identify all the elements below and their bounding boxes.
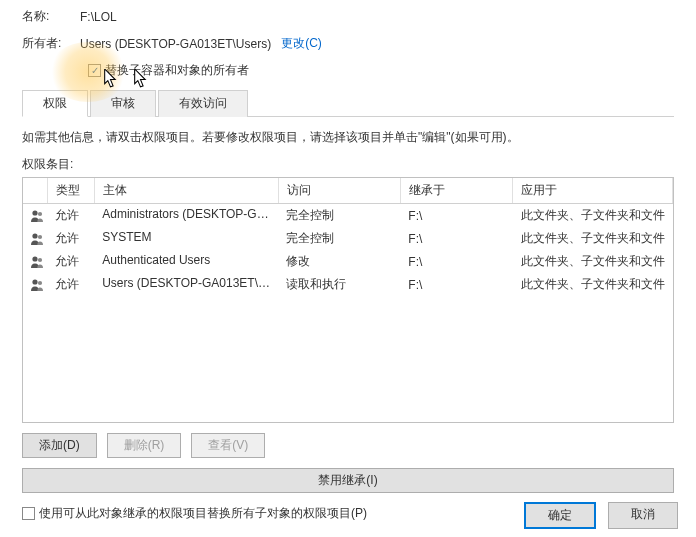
tab-bar: 权限 审核 有效访问 (22, 89, 674, 117)
cell-apply: 此文件夹、子文件夹和文件 (513, 204, 673, 228)
cell-access: 完全控制 (278, 227, 400, 250)
col-access[interactable]: 访问 (278, 178, 400, 204)
svg-point-1 (38, 211, 42, 215)
user-group-icon (29, 277, 45, 293)
svg-point-6 (32, 279, 37, 284)
permissions-section-label: 权限条目: (22, 156, 674, 173)
cancel-button[interactable]: 取消 (608, 502, 678, 529)
table-row[interactable]: 允许SYSTEM完全控制F:\此文件夹、子文件夹和文件 (23, 227, 673, 250)
cursor-icon-2 (133, 69, 149, 89)
cursor-icon (103, 69, 119, 89)
cell-principal: Authenticated Users (94, 250, 278, 273)
replace-owner-checkbox[interactable] (88, 64, 101, 77)
cell-type: 允许 (47, 273, 94, 296)
svg-point-2 (32, 233, 37, 238)
table-row[interactable]: 允许Administrators (DESKTOP-GA01...完全控制F:\… (23, 204, 673, 228)
cell-inherit: F:\ (400, 250, 512, 273)
cell-access: 读取和执行 (278, 273, 400, 296)
info-text: 如需其他信息，请双击权限项目。若要修改权限项目，请选择该项目并单击"编辑"(如果… (22, 129, 674, 146)
svg-point-5 (38, 257, 42, 261)
cell-type: 允许 (47, 204, 94, 228)
cell-access: 修改 (278, 250, 400, 273)
owner-value: Users (DESKTOP-GA013ET\Users) (80, 37, 271, 51)
cell-inherit: F:\ (400, 227, 512, 250)
name-value: F:\LOL (80, 10, 117, 24)
disable-inheritance-button[interactable]: 禁用继承(I) (22, 468, 674, 493)
view-button[interactable]: 查看(V) (191, 433, 265, 458)
svg-point-0 (32, 210, 37, 215)
col-inherited-from[interactable]: 继承于 (400, 178, 512, 204)
replace-owner-label: 替换子容器和对象的所有者 (105, 62, 249, 79)
svg-point-4 (32, 256, 37, 261)
col-icon[interactable] (23, 178, 47, 204)
col-type[interactable]: 类型 (47, 178, 94, 204)
cell-apply: 此文件夹、子文件夹和文件 (513, 227, 673, 250)
replace-child-checkbox[interactable] (22, 507, 35, 520)
user-group-icon (29, 254, 45, 270)
cell-principal: Administrators (DESKTOP-GA01... (94, 204, 278, 228)
cell-principal: Users (DESKTOP-GA013ET\Users) (94, 273, 278, 296)
tab-auditing[interactable]: 审核 (90, 90, 156, 117)
table-row[interactable]: 允许Authenticated Users修改F:\此文件夹、子文件夹和文件 (23, 250, 673, 273)
permissions-table: 类型 主体 访问 继承于 应用于 允许Administrators (DESKT… (22, 177, 674, 423)
cell-type: 允许 (47, 250, 94, 273)
cell-inherit: F:\ (400, 204, 512, 228)
svg-point-3 (38, 234, 42, 238)
add-button[interactable]: 添加(D) (22, 433, 97, 458)
owner-label: 所有者: (22, 35, 80, 52)
remove-button[interactable]: 删除(R) (107, 433, 182, 458)
ok-button[interactable]: 确定 (524, 502, 596, 529)
tab-permissions[interactable]: 权限 (22, 90, 88, 117)
owner-change-link[interactable]: 更改(C) (281, 35, 322, 52)
col-applies-to[interactable]: 应用于 (513, 178, 673, 204)
cell-type: 允许 (47, 227, 94, 250)
cell-inherit: F:\ (400, 273, 512, 296)
cell-principal: SYSTEM (94, 227, 278, 250)
svg-point-7 (38, 280, 42, 284)
tab-effective-access[interactable]: 有效访问 (158, 90, 248, 117)
col-principal[interactable]: 主体 (94, 178, 278, 204)
cell-apply: 此文件夹、子文件夹和文件 (513, 273, 673, 296)
cell-access: 完全控制 (278, 204, 400, 228)
table-row[interactable]: 允许Users (DESKTOP-GA013ET\Users)读取和执行F:\此… (23, 273, 673, 296)
name-label: 名称: (22, 8, 80, 25)
user-group-icon (29, 208, 45, 224)
user-group-icon (29, 231, 45, 247)
cell-apply: 此文件夹、子文件夹和文件 (513, 250, 673, 273)
replace-child-label: 使用可从此对象继承的权限项目替换所有子对象的权限项目(P) (39, 505, 367, 522)
